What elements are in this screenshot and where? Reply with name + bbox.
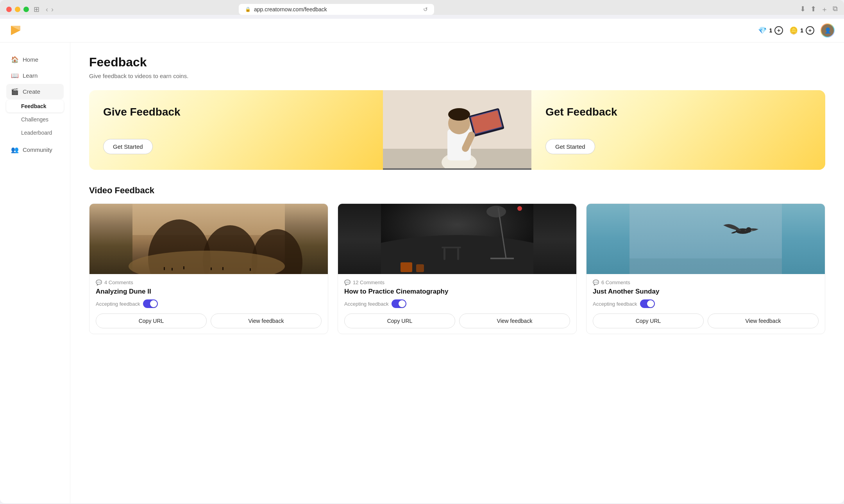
sidebar-item-learn[interactable]: 📖 Learn: [6, 68, 64, 83]
sidebar-item-home-label: Home: [23, 56, 38, 63]
sidebar-item-home[interactable]: 🏠 Home: [6, 52, 64, 67]
svg-rect-31: [442, 247, 461, 248]
gem-badge: 💎 1 +: [758, 26, 783, 35]
minimize-button[interactable]: [15, 7, 20, 12]
sidebar-item-community[interactable]: 👥 Community: [6, 142, 64, 157]
coin-count: 1: [800, 27, 803, 34]
svg-rect-20: [172, 268, 173, 271]
get-feedback-title: Get Feedback: [545, 106, 811, 118]
forward-button[interactable]: ›: [51, 5, 54, 14]
header-actions: 💎 1 + 🪙 1 + 👤: [758, 23, 835, 37]
add-gem-button[interactable]: +: [774, 26, 783, 35]
video-card-2: 💬 12 Comments How to Practice Cinematogr…: [338, 203, 577, 334]
toggle-label-3: Accepting feedback: [593, 301, 637, 307]
video-thumb-3: [587, 204, 825, 274]
sidebar-item-learn-label: Learn: [23, 72, 38, 79]
share-icon[interactable]: ⬆: [810, 5, 816, 14]
community-icon: 👥: [11, 146, 19, 153]
sidebar-sub-feedback[interactable]: Feedback: [6, 100, 64, 112]
back-button[interactable]: ‹: [46, 5, 48, 14]
toggle-switch-3[interactable]: [640, 299, 655, 308]
coin-icon: 🪙: [789, 26, 798, 35]
comment-icon-1: 💬: [96, 280, 102, 285]
view-feedback-btn-1[interactable]: View feedback: [211, 313, 322, 328]
learn-icon: 📖: [11, 72, 19, 79]
page-title: Feedback: [89, 55, 825, 69]
get-feedback-btn[interactable]: Get Started: [545, 139, 595, 154]
new-tab-icon[interactable]: ＋: [821, 5, 828, 14]
video-title-2: How to Practice Cinematography: [344, 288, 570, 296]
svg-rect-33: [457, 248, 459, 260]
video-grid: 💬 4 Comments Analyzing Dune II Accepting…: [89, 203, 825, 334]
sidebar-item-community-label: Community: [23, 146, 52, 153]
video-toggle-1: Accepting feedback: [96, 299, 322, 308]
browser-nav: ‹ ›: [46, 5, 54, 14]
sidebar-sub-leaderboard[interactable]: Leaderboard: [6, 126, 64, 139]
svg-point-8: [448, 108, 470, 121]
add-coin-button[interactable]: +: [806, 26, 814, 35]
create-icon: 🎬: [11, 88, 19, 95]
toggle-switch-1[interactable]: [143, 299, 158, 308]
svg-rect-23: [222, 267, 224, 270]
sidebar-sub-challenges[interactable]: Challenges: [6, 113, 64, 126]
view-feedback-btn-3[interactable]: View feedback: [708, 313, 819, 328]
svg-rect-35: [416, 264, 424, 272]
copy-url-btn-2[interactable]: Copy URL: [344, 313, 455, 328]
svg-point-40: [746, 227, 751, 233]
close-button[interactable]: [6, 7, 12, 12]
toggle-switch-2[interactable]: [392, 299, 406, 308]
svg-rect-32: [443, 248, 445, 260]
video-toggle-2: Accepting feedback: [344, 299, 570, 308]
main-content: Feedback Give feedback to videos to earn…: [70, 43, 844, 503]
gem-count: 1: [769, 27, 772, 34]
browser-actions: ⬇ ⬆ ＋ ⧉: [800, 5, 838, 14]
video-comments-3: 💬 6 Comments: [593, 280, 819, 285]
copy-url-btn-1[interactable]: Copy URL: [96, 313, 207, 328]
video-card-3: 💬 6 Comments Just Another Sunday Accepti…: [586, 203, 825, 334]
view-feedback-btn-2[interactable]: View feedback: [459, 313, 570, 328]
avatar[interactable]: 👤: [821, 23, 835, 37]
toggle-label-1: Accepting feedback: [96, 301, 140, 307]
video-info-1: 💬 4 Comments Analyzing Dune II Accepting…: [89, 274, 328, 334]
video-comments-2: 💬 12 Comments: [344, 280, 570, 285]
hero-center-image: [383, 90, 531, 170]
page-subtitle: Give feedback to videos to earn coins.: [89, 73, 825, 79]
reload-button[interactable]: ↺: [423, 6, 428, 12]
video-card-1: 💬 4 Comments Analyzing Dune II Accepting…: [89, 203, 328, 334]
video-thumb-1: [89, 204, 328, 274]
give-feedback-card: Give Feedback Get Started: [89, 90, 383, 170]
comment-icon-2: 💬: [344, 280, 350, 285]
svg-rect-34: [401, 262, 412, 272]
video-actions-3: Copy URL View feedback: [593, 313, 819, 328]
lock-icon: 🔒: [245, 7, 251, 12]
tabs-icon[interactable]: ⧉: [833, 5, 838, 14]
home-icon: 🏠: [11, 56, 19, 63]
comment-count-2: 12 Comments: [353, 280, 384, 285]
logo-icon: [9, 24, 22, 37]
app-logo: [9, 24, 22, 37]
address-bar[interactable]: 🔒 app.creatornow.com/feedback ↺: [239, 4, 434, 15]
video-title-3: Just Another Sunday: [593, 288, 819, 296]
video-info-2: 💬 12 Comments How to Practice Cinematogr…: [338, 274, 576, 334]
svg-rect-24: [250, 268, 251, 271]
sidebar-toggle-icon[interactable]: ⊞: [34, 5, 39, 14]
copy-url-btn-3[interactable]: Copy URL: [593, 313, 704, 328]
video-actions-1: Copy URL View feedback: [96, 313, 322, 328]
gem-icon: 💎: [758, 26, 767, 35]
sidebar-item-create[interactable]: 🎬 Create: [6, 84, 64, 99]
coin-badge: 🪙 1 +: [789, 26, 814, 35]
app-header: 💎 1 + 🪙 1 + 👤: [0, 19, 844, 43]
video-section-title: Video Feedback: [89, 185, 825, 196]
svg-point-30: [486, 206, 506, 217]
comment-count-1: 4 Comments: [104, 280, 133, 285]
svg-rect-22: [211, 267, 212, 270]
svg-rect-14: [132, 204, 285, 235]
video-info-3: 💬 6 Comments Just Another Sunday Accepti…: [587, 274, 825, 334]
svg-rect-21: [183, 266, 184, 269]
download-icon[interactable]: ⬇: [800, 5, 806, 14]
hero-section: Give Feedback Get Started: [89, 90, 825, 170]
avatar-image: 👤: [821, 24, 834, 37]
video-actions-2: Copy URL View feedback: [344, 313, 570, 328]
maximize-button[interactable]: [23, 7, 29, 12]
give-feedback-btn[interactable]: Get Started: [103, 139, 153, 154]
